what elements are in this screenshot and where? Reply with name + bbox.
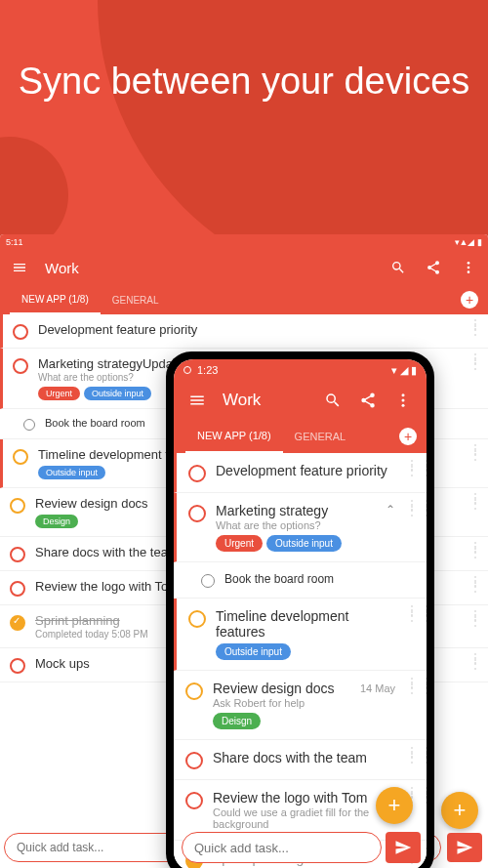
tab-new-app[interactable]: NEW APP (1/8)	[185, 420, 283, 453]
tag-blue: Outside input	[38, 466, 105, 479]
task-row[interactable]: Timeline development featuresOutside inp…	[174, 599, 427, 671]
task-row[interactable]: Development feature priority⋮⋮⋮⋮	[174, 453, 427, 493]
tag-green: Design	[35, 515, 78, 528]
task-checkbox[interactable]	[10, 581, 25, 597]
task-checkbox[interactable]	[10, 547, 25, 562]
tab-new-app[interactable]: NEW APP (1/8)	[10, 285, 101, 314]
add-tab-button[interactable]: +	[461, 291, 478, 309]
task-title: Marketing strategy	[216, 503, 328, 518]
task-checkbox[interactable]	[185, 682, 203, 700]
task-checkbox[interactable]	[13, 449, 28, 465]
tab-general[interactable]: GENERAL	[283, 420, 358, 453]
task-row[interactable]: Review design docs14 MayAsk Robert for h…	[174, 671, 427, 740]
task-title: Book the board room	[224, 572, 415, 586]
drag-handle-icon[interactable]: ⋮⋮⋮⋮	[405, 750, 415, 761]
task-subtitle: Ask Robert for help	[213, 697, 395, 709]
drag-handle-icon[interactable]: ⋮⋮⋮⋮	[468, 356, 478, 367]
task-subtitle: Could we use a gradiet fill for the back…	[213, 806, 395, 830]
tab-general[interactable]: GENERAL	[101, 285, 171, 314]
task-row[interactable]: Share docs with the team⋮⋮⋮⋮	[174, 740, 427, 780]
status-time: 1:23	[197, 364, 391, 376]
task-checkbox[interactable]	[23, 419, 35, 431]
svg-point-1	[468, 267, 470, 269]
drag-handle-icon[interactable]: ⋮⋮⋮⋮	[468, 656, 478, 667]
task-row[interactable]: Development feature priority⋮⋮⋮⋮	[0, 314, 488, 349]
search-icon[interactable]	[388, 258, 408, 277]
status-icons: ▾ ◢ ▮	[391, 364, 417, 377]
drag-handle-icon[interactable]: ⋮⋮⋮⋮	[405, 463, 415, 474]
drag-handle-icon[interactable]: ⋮⋮⋮⋮	[405, 608, 415, 619]
status-bar: 1:23 ▾ ◢ ▮	[174, 359, 427, 381]
svg-point-5	[402, 404, 405, 407]
drag-handle-icon[interactable]: ⋮⋮⋮⋮	[468, 447, 478, 458]
more-icon[interactable]	[393, 391, 413, 410]
svg-point-3	[402, 393, 405, 396]
status-bar: 5:11 ▾▲◢ ▮	[0, 234, 488, 250]
send-button[interactable]	[447, 833, 482, 862]
collapse-icon[interactable]: ⌃	[386, 503, 395, 517]
task-title: Share docs with the team	[35, 545, 179, 559]
tag-blue: Outside input	[84, 387, 151, 400]
status-time: 5:11	[6, 237, 455, 247]
drag-handle-icon[interactable]: ⋮⋮⋮⋮	[468, 545, 478, 556]
drag-handle-icon[interactable]: ⋮⋮⋮⋮	[468, 322, 478, 333]
drag-handle-icon[interactable]: ⋮⋮⋮⋮	[468, 613, 478, 624]
tag-blue: Outside input	[216, 643, 291, 660]
tag-red: Urgent	[38, 387, 80, 400]
task-checkbox[interactable]	[188, 610, 206, 628]
task-title: Review design docs	[213, 681, 335, 696]
task-checkbox[interactable]	[13, 324, 28, 340]
task-checkbox[interactable]	[13, 358, 28, 374]
menu-icon[interactable]	[10, 258, 29, 277]
fab-add[interactable]: +	[441, 792, 478, 829]
camera-cutout	[183, 366, 191, 374]
task-checkbox[interactable]	[10, 658, 25, 674]
task-checkbox[interactable]	[188, 465, 206, 482]
menu-icon[interactable]	[187, 391, 207, 410]
task-checkbox[interactable]	[185, 752, 203, 769]
share-icon[interactable]	[424, 258, 443, 277]
task-title: Development feature priority	[216, 463, 387, 478]
task-title: Share docs with the team	[213, 750, 367, 765]
drag-handle-icon[interactable]: ⋮⋮⋮⋮	[468, 579, 478, 590]
phone-device: 1:23 ▾ ◢ ▮ Work NEW APP (1/8) GENERAL + …	[166, 351, 434, 868]
share-icon[interactable]	[358, 391, 378, 410]
task-checkbox[interactable]	[185, 792, 203, 809]
send-button[interactable]	[386, 832, 421, 863]
svg-point-2	[468, 270, 470, 273]
drag-handle-icon[interactable]: ⋮⋮⋮⋮	[405, 681, 415, 691]
tag-blue: Outside input	[266, 535, 342, 552]
add-tab-button[interactable]: +	[399, 428, 417, 445]
hero-title: Sync between your devices	[0, 0, 488, 105]
quick-add-input[interactable]	[194, 841, 369, 855]
appbar-title: Work	[45, 260, 373, 276]
appbar-title: Work	[223, 391, 307, 410]
svg-point-4	[402, 399, 405, 402]
task-title: Timeline development features	[216, 608, 395, 640]
drag-handle-icon[interactable]: ⋮⋮⋮⋮	[468, 496, 478, 507]
tag-green: Deisgn	[213, 713, 261, 729]
task-checkbox[interactable]	[188, 505, 206, 522]
task-subtitle: What are the options?	[216, 519, 376, 531]
search-icon[interactable]	[323, 391, 343, 410]
task-checkbox[interactable]	[10, 498, 25, 514]
task-checkbox[interactable]	[201, 574, 215, 588]
task-title: Mock ups	[35, 656, 90, 671]
task-row[interactable]: Marketing strategyWhat are the options?U…	[174, 493, 427, 562]
quick-add-bar[interactable]	[182, 832, 382, 863]
status-icons: ▾▲◢ ▮	[455, 237, 482, 247]
task-title: Review the logo with Tom	[213, 790, 367, 806]
svg-point-0	[468, 262, 470, 265]
tag-red: Urgent	[216, 535, 263, 552]
task-title: Review the logo with Tom	[35, 579, 179, 594]
task-date: 14 May	[360, 682, 395, 696]
task-title: Development feature priority	[38, 322, 197, 337]
subtask-row[interactable]: Book the board room	[174, 562, 427, 599]
task-checkbox-done[interactable]	[10, 615, 25, 631]
task-title: Sprint planning	[35, 613, 120, 628]
task-title: Review design docs	[35, 496, 148, 511]
drag-handle-icon[interactable]: ⋮⋮⋮⋮	[405, 503, 415, 514]
more-icon[interactable]	[459, 258, 478, 277]
fab-add[interactable]: +	[376, 787, 413, 824]
